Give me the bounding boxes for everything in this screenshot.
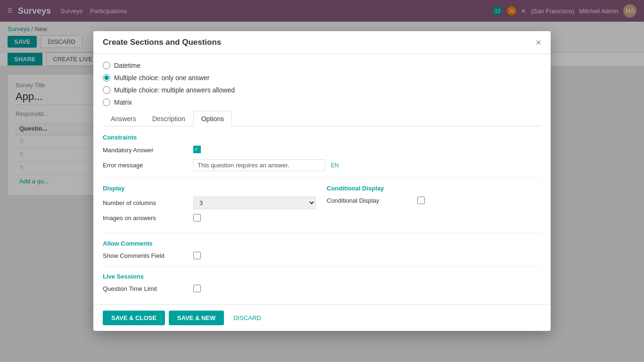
modal-footer: SAVE & CLOSE SAVE & NEW DISCARD — [93, 304, 551, 331]
images-on-answers-label: Images on answers — [103, 214, 188, 222]
num-columns-label: Number of columns — [103, 199, 188, 206]
tab-answers[interactable]: Answers — [103, 111, 144, 126]
discard-modal-button[interactable]: DISCARD — [228, 311, 267, 325]
modal-header: Create Sections and Questions × — [93, 31, 551, 54]
tab-description[interactable]: Description — [144, 111, 193, 126]
allow-comments-section-label: Allow Comments — [103, 240, 541, 247]
radio-datetime: Datetime — [103, 62, 541, 69]
options-tab-content: Constraints Mandatory Answer Error messa… — [103, 134, 541, 292]
save-close-button[interactable]: SAVE & CLOSE — [103, 311, 165, 325]
matrix-radio[interactable] — [103, 99, 110, 106]
question-time-limit-row: Question Time Limit — [103, 285, 541, 292]
mandatory-answer-control — [193, 146, 541, 155]
matrix-label: Matrix — [114, 99, 132, 106]
language-badge[interactable]: EN — [331, 162, 339, 169]
show-comments-label: Show Comments Field — [103, 252, 188, 259]
multiple-one-label: Multiple choice: only one answer — [114, 74, 209, 82]
error-message-control: EN — [193, 159, 541, 171]
mandatory-answer-label: Mandatory Answer — [103, 147, 188, 154]
display-section-label: Display — [103, 185, 317, 192]
save-new-button[interactable]: SAVE & NEW — [169, 311, 224, 325]
conditional-display-checkbox[interactable] — [417, 197, 425, 204]
live-sessions-section-label: Live Sessions — [103, 273, 541, 280]
datetime-radio[interactable] — [103, 62, 110, 69]
modal-overlay: Create Sections and Questions × Datetime… — [0, 0, 644, 362]
multiple-many-radio[interactable] — [103, 86, 110, 94]
datetime-label: Datetime — [114, 62, 140, 69]
num-columns-select[interactable]: 3 1 2 4 5 — [193, 197, 316, 209]
num-columns-row: Number of columns 3 1 2 4 5 — [103, 197, 317, 209]
images-on-answers-checkbox[interactable] — [193, 214, 201, 222]
images-on-answers-row: Images on answers — [103, 214, 317, 222]
create-sections-modal: Create Sections and Questions × Datetime… — [93, 31, 551, 331]
modal-title: Create Sections and Questions — [103, 38, 221, 47]
mandatory-answer-row: Mandatory Answer — [103, 146, 541, 155]
show-comments-row: Show Comments Field — [103, 252, 541, 259]
conditional-display-row: Conditional Display — [327, 197, 541, 204]
radio-multiple-many: Multiple choice: multiple answers allowe… — [103, 86, 541, 94]
question-time-limit-checkbox[interactable] — [193, 285, 201, 292]
radio-matrix: Matrix — [103, 99, 541, 106]
divider-2 — [103, 233, 541, 233]
display-col: Display Number of columns 3 1 2 4 5 — [103, 185, 317, 226]
error-message-row: Error message EN — [103, 159, 541, 171]
question-type-group: Datetime Multiple choice: only one answe… — [103, 62, 541, 106]
multiple-one-radio[interactable] — [103, 74, 110, 82]
error-message-label: Error message — [103, 162, 188, 169]
modal-body: Datetime Multiple choice: only one answe… — [93, 54, 551, 304]
error-message-input[interactable] — [193, 159, 325, 171]
tab-options[interactable]: Options — [193, 111, 232, 126]
divider-1 — [103, 178, 541, 178]
display-section: Display Number of columns 3 1 2 4 5 — [103, 185, 541, 226]
mandatory-answer-checkbox[interactable] — [193, 146, 201, 153]
modal-tabs: Answers Description Options — [103, 111, 541, 126]
conditional-display-col: Conditional Display Conditional Display — [327, 185, 541, 226]
modal-close-button[interactable]: × — [536, 38, 541, 47]
conditional-display-section-label: Conditional Display — [327, 185, 541, 192]
question-time-limit-label: Question Time Limit — [103, 285, 188, 292]
constraints-section-label: Constraints — [103, 134, 541, 141]
show-comments-checkbox[interactable] — [193, 252, 201, 259]
conditional-display-label: Conditional Display — [327, 197, 412, 204]
radio-multiple-one: Multiple choice: only one answer — [103, 74, 541, 82]
divider-3 — [103, 266, 541, 266]
multiple-many-label: Multiple choice: multiple answers allowe… — [114, 86, 235, 94]
